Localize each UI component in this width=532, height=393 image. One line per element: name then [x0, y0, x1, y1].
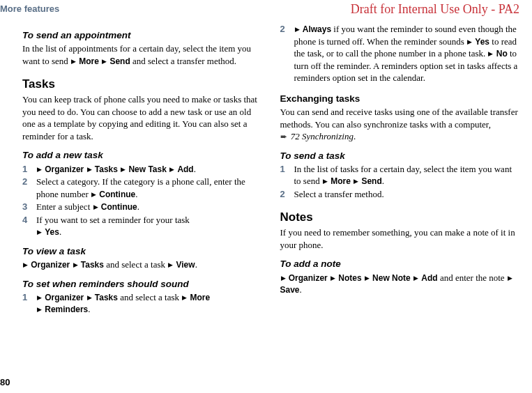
menu-arrow-icon: ▶ — [487, 50, 494, 57]
menu-arrow-icon: ▶ — [91, 191, 97, 198]
menu-arrow-icon: ▶ — [120, 166, 126, 173]
step-body: Select a transfer method. — [294, 188, 520, 201]
heading-exchanging-tasks: Exchanging tasks — [280, 93, 520, 105]
menu-notes: Notes — [338, 273, 361, 283]
menu-continue: Continue — [101, 202, 137, 212]
menu-arrow-icon: ▶ — [22, 261, 29, 268]
menu-arrow-icon: ▶ — [36, 229, 43, 236]
heading-view-task: To view a task — [22, 245, 262, 258]
step-number: 2 — [280, 23, 294, 84]
text: and select a task — [118, 292, 181, 302]
menu-arrow-icon: ▶ — [70, 58, 77, 65]
menu-add: Add — [177, 164, 193, 174]
text: Enter a subject — [36, 201, 93, 212]
heading-tasks: Tasks — [22, 77, 262, 93]
menu-view: View — [176, 260, 195, 270]
text: Select a category. If the category is a … — [36, 176, 245, 199]
menu-arrow-icon: ▶ — [280, 275, 287, 282]
menu-continue: Continue — [99, 190, 135, 199]
step-body: ▶ Always if you want the reminder to sou… — [294, 23, 520, 84]
menu-arrow-icon: ▶ — [101, 58, 107, 65]
menu-more: More — [330, 176, 351, 186]
text: and enter the note — [438, 272, 507, 283]
step-number: 4 — [22, 214, 36, 238]
left-column: To send an appointment In the list of ap… — [13, 3, 262, 316]
menu-save: Save — [280, 285, 300, 295]
heading-notes: Notes — [280, 210, 520, 226]
para-send-appointment: In the list of appointments for a certai… — [22, 43, 262, 67]
menu-reminders: Reminders — [45, 305, 88, 314]
menu-arrow-icon: ▶ — [86, 166, 93, 173]
menu-arrow-icon: ▶ — [36, 166, 43, 173]
menu-arrow-icon: ▶ — [507, 275, 513, 282]
step-row: 1 ▶ Organizer ▶ Tasks ▶ New Task ▶ Add. — [22, 163, 262, 176]
menu-arrow-icon: ▶ — [364, 275, 370, 282]
menu-new-note: New Note — [372, 273, 411, 283]
menu-new-task: New Task — [128, 164, 166, 174]
menu-organizer: Organizer — [31, 260, 70, 270]
heading-send-task: To send a task — [280, 150, 520, 162]
menu-arrow-icon: ▶ — [413, 275, 419, 282]
watermark: Draft for Internal Use Only - PA2 — [351, 1, 519, 17]
section-header: More features — [0, 3, 59, 15]
menu-organizer: Organizer — [289, 273, 328, 283]
menu-arrow-icon: ▶ — [93, 203, 99, 210]
menu-more: More — [79, 56, 99, 66]
text: and select a transfer method. — [130, 56, 236, 66]
menu-organizer: Organizer — [45, 164, 84, 174]
para-notes: If you need to remember something, you c… — [280, 226, 520, 251]
step-row: 2 Select a transfer method. — [280, 188, 520, 201]
menu-arrow-icon: ▶ — [169, 166, 175, 173]
menu-add: Add — [421, 273, 437, 283]
page-number: 80 — [0, 376, 10, 389]
menu-organizer: Organizer — [45, 293, 84, 302]
step-number: 1 — [280, 163, 294, 187]
step-body: Select a category. If the category is a … — [36, 176, 262, 200]
menu-arrow-icon: ▶ — [322, 178, 328, 185]
step-number: 1 — [22, 163, 36, 176]
menu-arrow-icon: ▶ — [466, 38, 473, 45]
menu-no: No — [496, 49, 508, 59]
menu-arrow-icon: ▶ — [86, 294, 93, 301]
page-body: To send an appointment In the list of ap… — [0, 0, 532, 316]
menu-tasks: Tasks — [95, 164, 118, 174]
menu-arrow-icon: ▶ — [353, 178, 359, 185]
menu-always: Always — [303, 24, 331, 34]
step-number: 2 — [22, 176, 36, 200]
para-view-task: ▶ Organizer ▶ Tasks and select a task ▶ … — [22, 259, 262, 271]
heading-add-new-task: To add a new task — [22, 149, 262, 162]
para-tasks: You can keep track of phone calls you ne… — [22, 93, 262, 142]
step-row: 1 In the list of tasks for a certain day… — [280, 163, 520, 187]
menu-arrow-icon: ▶ — [167, 261, 174, 268]
heading-set-reminders: To set when reminders should sound — [22, 278, 262, 291]
heading-add-note: To add a note — [280, 258, 520, 270]
para-exchanging: You can send and receive tasks using one… — [280, 106, 520, 130]
menu-send: Send — [109, 56, 130, 66]
step-body: Enter a subject ▶ Continue. — [36, 201, 262, 213]
menu-send: Send — [361, 176, 381, 186]
menu-arrow-icon: ▶ — [73, 261, 79, 268]
step-number: 1 — [22, 291, 36, 316]
text: If you want to set a reminder for your t… — [36, 215, 190, 225]
step-body: If you want to set a reminder for your t… — [36, 214, 262, 238]
step-row: 4 If you want to set a reminder for your… — [22, 214, 262, 238]
step-row: 2 Select a category. If the category is … — [22, 176, 262, 200]
step-number: 3 — [22, 201, 36, 213]
menu-yes: Yes — [45, 227, 59, 237]
xref-arrow-icon: ➨ — [280, 132, 287, 141]
para-add-note: ▶ Organizer ▶ Notes ▶ New Note ▶ Add and… — [280, 272, 520, 296]
menu-arrow-icon: ▶ — [36, 294, 43, 301]
step-row: 2 ▶ Always if you want the reminder to s… — [280, 23, 520, 84]
step-row: 1 ▶ Organizer ▶ Tasks and select a task … — [22, 291, 262, 316]
menu-tasks: Tasks — [81, 260, 104, 270]
right-column: 2 ▶ Always if you want the reminder to s… — [280, 3, 520, 316]
menu-arrow-icon: ▶ — [330, 275, 336, 282]
xref-text: 72 Synchronizing — [291, 131, 354, 141]
step-number: 2 — [280, 188, 294, 201]
menu-arrow-icon: ▶ — [36, 306, 43, 313]
step-body: In the list of tasks for a certain day, … — [294, 163, 520, 187]
step-body: ▶ Organizer ▶ Tasks ▶ New Task ▶ Add. — [36, 163, 262, 176]
step-body: ▶ Organizer ▶ Tasks and select a task ▶ … — [36, 291, 262, 316]
xref-line: ➨ 72 Synchronizing. — [280, 130, 520, 143]
text: and select a task — [104, 259, 167, 270]
